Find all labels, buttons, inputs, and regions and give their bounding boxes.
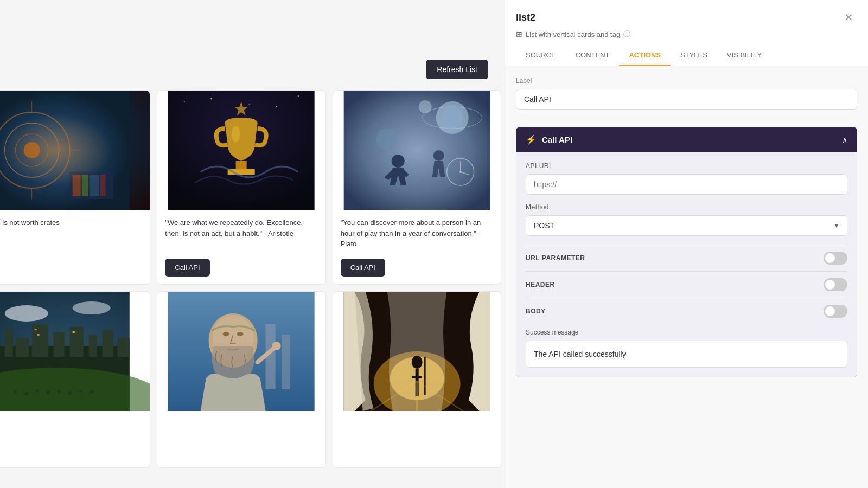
- svg-point-68: [223, 332, 229, 336]
- card-body: [0, 411, 150, 467]
- success-msg-input[interactable]: [526, 341, 847, 368]
- tab-actions[interactable]: ACTIONS: [619, 46, 671, 66]
- header-row: HEADER: [526, 271, 847, 298]
- call-api-button[interactable]: Call API: [165, 259, 209, 277]
- method-select-wrapper: GET POST PUT DELETE PATCH ▼: [526, 215, 847, 236]
- api-url-input[interactable]: [526, 174, 847, 195]
- svg-rect-11: [82, 175, 88, 196]
- panel-tabs: SOURCE CONTENT ACTIONS STYLES VISIBILITY: [516, 46, 857, 66]
- svg-point-22: [232, 126, 240, 142]
- method-select[interactable]: GET POST PUT DELETE PATCH: [526, 215, 847, 236]
- svg-point-57: [36, 389, 39, 393]
- svg-rect-20: [236, 161, 247, 169]
- svg-point-3: [16, 134, 48, 166]
- svg-point-58: [47, 391, 50, 394]
- card-body: mined life is not worth crates: [0, 210, 150, 266]
- left-panel: Refresh List: [0, 0, 505, 488]
- panel-title: list2: [516, 12, 535, 23]
- svg-point-69: [237, 332, 244, 336]
- info-icon[interactable]: ⓘ: [623, 29, 630, 39]
- svg-point-39: [73, 301, 111, 314]
- card-text: [0, 419, 142, 451]
- svg-rect-45: [54, 332, 65, 357]
- label-input[interactable]: [516, 89, 857, 110]
- panel-content: Label ⚡ Call API ∧ API URL Method: [505, 66, 868, 488]
- header-toggle[interactable]: [824, 278, 847, 291]
- card-text: "We are what we repeatedly do. Excellenc…: [165, 217, 317, 250]
- svg-point-60: [68, 391, 72, 395]
- url-parameter-row: URL PARAMETER: [526, 245, 847, 271]
- card-text: [165, 419, 317, 451]
- tab-styles[interactable]: STYLES: [671, 46, 717, 66]
- svg-point-4: [24, 142, 40, 158]
- list-item: [157, 291, 326, 468]
- label-field-group: Label: [516, 77, 857, 118]
- svg-point-38: [5, 305, 48, 322]
- svg-point-27: [376, 129, 398, 150]
- svg-point-30: [391, 155, 404, 168]
- call-api-section: ⚡ Call API ∧ API URL Method GET POST: [516, 127, 857, 377]
- svg-rect-78: [424, 357, 425, 395]
- list-item: mined life is not worth crates: [0, 90, 150, 285]
- card-text: mined life is not worth crates: [0, 217, 142, 250]
- card-body: "We are what we repeatedly do. Excellenc…: [157, 210, 325, 284]
- svg-point-55: [14, 390, 17, 394]
- panel-subtitle: List with vertical cards and tag: [526, 30, 620, 38]
- svg-point-18: [298, 95, 299, 97]
- body-label: BODY: [526, 307, 546, 315]
- chevron-up-icon: ∧: [842, 136, 847, 144]
- svg-point-2: [5, 123, 59, 177]
- svg-rect-12: [90, 175, 99, 196]
- svg-point-26: [441, 107, 463, 129]
- svg-point-62: [90, 390, 93, 394]
- body-toggle[interactable]: [824, 305, 847, 318]
- card-text: "You can discover more about a person in…: [341, 217, 493, 250]
- api-url-field: API URL: [526, 162, 847, 195]
- svg-point-19: [249, 104, 250, 105]
- call-api-title: Call API: [542, 135, 572, 144]
- lightning-icon: ⚡: [526, 134, 537, 145]
- panel-header: list2 ✕ ⊞ List with vertical cards and t…: [505, 0, 868, 66]
- svg-rect-44: [32, 324, 48, 357]
- list-item: "You can discover more about a person in…: [333, 90, 501, 285]
- card-body: "You can discover more about a person in…: [333, 210, 501, 284]
- svg-rect-48: [103, 330, 113, 357]
- method-field: Method GET POST PUT DELETE PATCH ▼: [526, 203, 847, 236]
- svg-rect-42: [5, 330, 13, 357]
- card-body: [157, 411, 325, 467]
- svg-point-61: [79, 389, 82, 393]
- svg-rect-10: [73, 175, 81, 196]
- svg-rect-43: [16, 338, 29, 357]
- tab-source[interactable]: SOURCE: [516, 46, 566, 66]
- url-param-toggle[interactable]: [824, 252, 847, 265]
- svg-rect-52: [37, 334, 40, 336]
- success-message-section: Success message: [526, 329, 847, 368]
- call-api-body: API URL Method GET POST PUT DELETE PATCH: [516, 152, 857, 377]
- svg-point-56: [25, 392, 28, 395]
- method-label: Method: [526, 203, 847, 211]
- svg-point-75: [411, 356, 422, 369]
- call-api-button[interactable]: Call API: [341, 259, 385, 277]
- svg-rect-51: [35, 329, 37, 330]
- right-panel: list2 ✕ ⊞ List with vertical cards and t…: [505, 0, 868, 488]
- svg-point-16: [210, 98, 212, 100]
- svg-rect-77: [412, 376, 422, 378]
- call-api-header[interactable]: ⚡ Call API ∧: [516, 127, 857, 152]
- body-row: BODY: [526, 298, 847, 324]
- success-msg-label: Success message: [526, 329, 847, 336]
- refresh-list-button[interactable]: Refresh List: [426, 60, 488, 79]
- label-field-label: Label: [516, 77, 857, 85]
- tab-content[interactable]: CONTENT: [566, 46, 620, 66]
- api-url-label: API URL: [526, 162, 847, 170]
- svg-point-31: [433, 150, 444, 161]
- url-param-label: URL PARAMETER: [526, 254, 585, 262]
- card-body: [333, 411, 501, 467]
- close-button[interactable]: ✕: [840, 9, 857, 26]
- svg-point-15: [184, 101, 185, 102]
- tab-visibility[interactable]: VISIBILITY: [717, 46, 771, 66]
- svg-rect-47: [89, 335, 97, 357]
- svg-rect-46: [70, 327, 84, 357]
- svg-point-59: [58, 390, 61, 393]
- svg-point-17: [276, 106, 277, 107]
- svg-rect-65: [282, 335, 290, 389]
